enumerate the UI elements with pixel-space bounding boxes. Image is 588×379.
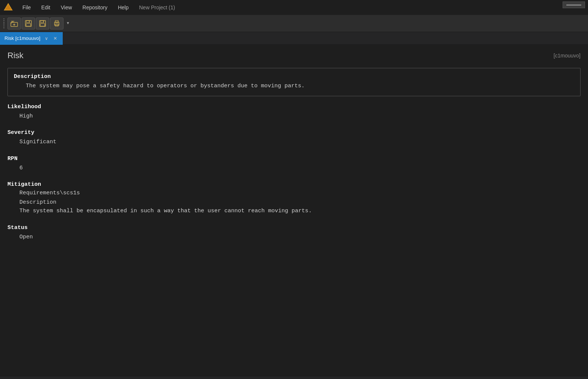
mitigation-section: Mitigation Requirements\scs1s Descriptio… [7, 181, 581, 216]
window-controls-inner [566, 4, 581, 6]
mitigation-sub-value: The system shall be encapsulated in such… [7, 207, 581, 216]
status-label: Status [7, 225, 581, 231]
menu-help[interactable]: Help [113, 3, 133, 12]
description-value: The system may pose a safety hazard to o… [14, 82, 574, 91]
mitigation-ref: Requirements\scs1s [7, 190, 581, 196]
risk-tab[interactable]: Risk [c1mouuvo] ∨ ✕ [0, 32, 63, 45]
svg-text:+: + [44, 24, 46, 26]
severity-value: Significant [7, 138, 581, 147]
description-section: Description The system may pose a safety… [7, 68, 581, 96]
tab-bar: Risk [c1mouuvo] ∨ ✕ [0, 32, 588, 45]
main-content: Risk [c1mouuvo] Description The system m… [0, 45, 588, 376]
status-section: Status Open [7, 225, 581, 242]
window-controls [563, 1, 585, 8]
status-bar [0, 376, 588, 379]
page-title: Risk [7, 51, 24, 60]
menu-file[interactable]: File [18, 3, 35, 12]
rpn-label: RPN [7, 156, 581, 162]
tab-label: Risk [c1mouuvo] [4, 35, 40, 41]
app-logo [3, 2, 13, 13]
menu-project[interactable]: New Project (1) [135, 3, 180, 12]
menu-repository[interactable]: Repository [78, 3, 112, 12]
page-id: [c1mouuvo] [554, 53, 581, 59]
toolbar-save-button[interactable] [22, 18, 35, 29]
toolbar: + ▼ [0, 15, 588, 32]
toolbar-drag-handle [2, 18, 5, 29]
likelihood-value: High [7, 112, 581, 121]
mitigation-label: Mitigation [7, 181, 581, 188]
severity-label: Severity [7, 129, 581, 136]
status-value: Open [7, 233, 581, 242]
tab-minimize-button[interactable]: ∨ [43, 35, 49, 41]
menu-view[interactable]: View [56, 3, 77, 12]
description-label: Description [14, 73, 574, 80]
rpn-value: 6 [7, 164, 581, 173]
rpn-section: RPN 6 [7, 156, 581, 173]
page-header: Risk [c1mouuvo] [7, 51, 581, 60]
toolbar-print-button[interactable] [50, 18, 63, 29]
likelihood-label: Likelihood [7, 104, 581, 110]
tab-close-button[interactable]: ✕ [52, 35, 58, 41]
toolbar-saveas-button[interactable]: + [36, 18, 49, 29]
title-bar: File Edit View Repository Help New Proje… [0, 0, 588, 15]
toolbar-dropdown-button[interactable]: ▼ [64, 18, 72, 29]
menu-edit[interactable]: Edit [37, 3, 55, 12]
severity-section: Severity Significant [7, 129, 581, 147]
svg-rect-5 [26, 24, 31, 26]
mitigation-sub-label: Description [7, 199, 581, 206]
toolbar-open-button[interactable] [7, 18, 21, 29]
likelihood-section: Likelihood High [7, 104, 581, 121]
